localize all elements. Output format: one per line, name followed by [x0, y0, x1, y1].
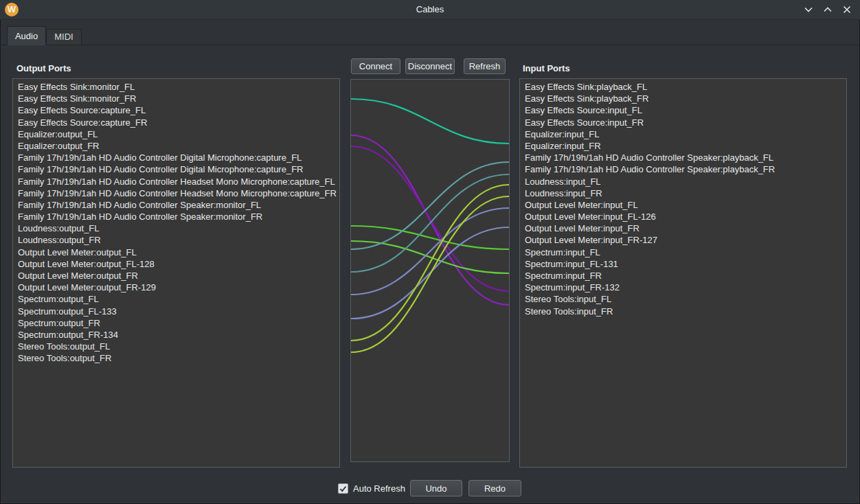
list-item[interactable]: Output Level Meter:output_FR [13, 270, 339, 282]
list-item[interactable]: Family 17h/19h/1ah HD Audio Controller S… [520, 152, 846, 163]
list-item[interactable]: Easy Effects Source:input_FR [520, 117, 846, 128]
list-item[interactable]: Family 17h/19h/1ah HD Audio Controller H… [13, 176, 339, 187]
window-title: Cables [0, 0, 860, 19]
chevron-down-icon [804, 6, 813, 13]
list-item[interactable]: Spectrum:output_FR [13, 317, 339, 329]
list-item[interactable]: Output Level Meter:input_FL [520, 199, 846, 211]
cables-window: W Cables Audio MIDI Outpu [0, 0, 860, 504]
list-item[interactable]: Family 17h/19h/1ah HD Audio Controller S… [520, 163, 846, 175]
list-item[interactable]: Stereo Tools:input_FL [520, 293, 846, 305]
list-item[interactable]: Equalizer:output_FR [13, 140, 339, 152]
list-item[interactable]: Equalizer:input_FR [520, 140, 846, 152]
list-item[interactable]: Easy Effects Sink:playback_FR [520, 93, 846, 104]
cable [351, 146, 509, 291]
list-item[interactable]: Family 17h/19h/1ah HD Audio Controller S… [13, 211, 339, 222]
connect-button[interactable]: Connect [351, 58, 400, 74]
input-ports-header: Input Ports [523, 63, 570, 73]
list-item[interactable]: Easy Effects Source:capture_FR [13, 117, 339, 128]
tab-audio[interactable]: Audio [7, 26, 46, 45]
list-item[interactable]: Family 17h/19h/1ah HD Audio Controller D… [13, 163, 339, 175]
list-item[interactable]: Easy Effects Sink:monitor_FL [13, 81, 339, 93]
auto-refresh-label[interactable]: Auto Refresh [353, 483, 405, 494]
redo-button[interactable]: Redo [468, 480, 521, 496]
list-item[interactable]: Output Level Meter:output_FR-129 [13, 282, 339, 293]
list-item[interactable]: Loudness:input_FL [520, 176, 846, 187]
list-item[interactable]: Loudness:output_FL [13, 222, 339, 234]
list-item[interactable]: Loudness:output_FR [13, 234, 339, 246]
list-item[interactable]: Stereo Tools:output_FL [13, 341, 339, 352]
list-item[interactable]: Equalizer:input_FL [520, 128, 846, 140]
input-ports-list[interactable]: Easy Effects Sink:playback_FLEasy Effect… [519, 78, 847, 468]
tabbar: Audio MIDI [0, 26, 860, 45]
list-item[interactable]: Spectrum:input_FL-131 [520, 258, 846, 270]
list-item[interactable]: Output Level Meter:input_FR [520, 222, 846, 234]
list-item[interactable]: Easy Effects Source:capture_FL [13, 104, 339, 116]
list-item[interactable]: Spectrum:input_FR [520, 270, 846, 282]
list-item[interactable]: Output Level Meter:input_FL-126 [520, 211, 846, 222]
list-item[interactable]: Easy Effects Sink:monitor_FR [13, 93, 339, 104]
list-item[interactable]: Loudness:input_FR [520, 187, 846, 199]
list-item[interactable]: Family 17h/19h/1ah HD Audio Controller S… [13, 199, 339, 211]
list-item[interactable]: Stereo Tools:output_FR [13, 352, 339, 364]
window-controls [801, 0, 855, 19]
maximize-button[interactable] [820, 2, 835, 17]
close-icon [843, 5, 851, 14]
disconnect-button[interactable]: Disconnect [405, 58, 455, 74]
list-item[interactable]: Easy Effects Sink:playback_FL [520, 81, 846, 93]
list-item[interactable]: Output Level Meter:output_FL [13, 247, 339, 258]
undo-button[interactable]: Undo [410, 480, 462, 496]
list-item[interactable]: Spectrum:output_FL [13, 293, 339, 305]
list-item[interactable]: Output Level Meter:input_FR-127 [520, 234, 846, 246]
list-item[interactable]: Spectrum:output_FR-134 [13, 329, 339, 341]
cable [351, 162, 509, 249]
auto-refresh-checkbox[interactable] [338, 483, 348, 494]
list-item[interactable]: Equalizer:output_FL [13, 128, 339, 140]
cables-canvas[interactable] [350, 79, 510, 462]
output-ports-header: Output Ports [16, 63, 71, 73]
checkmark-icon [339, 485, 347, 492]
list-item[interactable]: Output Level Meter:output_FL-128 [13, 258, 339, 270]
refresh-button[interactable]: Refresh [464, 58, 506, 74]
list-item[interactable]: Easy Effects Source:input_FL [520, 104, 846, 116]
titlebar[interactable]: W Cables [0, 0, 860, 20]
list-item[interactable]: Spectrum:output_FL-133 [13, 306, 339, 317]
list-item[interactable]: Spectrum:input_FL [520, 247, 846, 258]
minimize-button[interactable] [801, 2, 816, 17]
list-item[interactable]: Stereo Tools:input_FR [520, 306, 846, 317]
list-item[interactable]: Family 17h/19h/1ah HD Audio Controller D… [13, 152, 339, 163]
cables-svg [351, 80, 509, 461]
list-item[interactable]: Spectrum:input_FR-132 [520, 282, 846, 293]
cable [351, 99, 509, 144]
tab-midi[interactable]: MIDI [46, 29, 82, 45]
close-button[interactable] [839, 2, 855, 17]
list-item[interactable]: Family 17h/19h/1ah HD Audio Controller H… [13, 187, 339, 199]
cable [351, 185, 509, 341]
output-ports-list[interactable]: Easy Effects Sink:monitor_FLEasy Effects… [12, 78, 340, 468]
chevron-up-icon [823, 6, 833, 13]
